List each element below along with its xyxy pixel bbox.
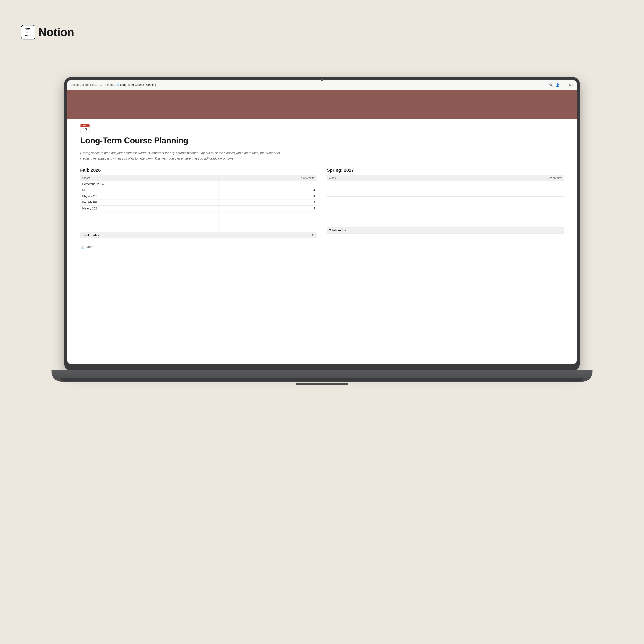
fall-class-1[interactable]: M.: [80, 187, 218, 193]
table-row: [327, 191, 564, 197]
spring-credits-4[interactable]: [457, 202, 564, 207]
notion-logo: Notion: [21, 25, 74, 39]
page-banner: [67, 90, 577, 119]
spring-2027-section: Spring: 2027 Class: # of credits:: [327, 168, 564, 238]
page-description: Having space to plan out your academic f…: [80, 150, 289, 161]
cal-month: JUL: [81, 124, 90, 127]
fall-2026-section: Fall: 2026 Class: # of credits:: [80, 168, 317, 238]
breadcrumb-active-label: Long-Term Course Planning: [120, 83, 156, 87]
table-row: [327, 217, 564, 222]
spring-credits-2[interactable]: [457, 191, 564, 197]
camera-notch: [321, 79, 323, 81]
fall-class-4[interactable]: History 202: [80, 206, 218, 212]
fall-credits-8[interactable]: [218, 227, 317, 232]
fall-class-8[interactable]: [80, 227, 218, 232]
table-row: [80, 217, 317, 222]
fall-class-2[interactable]: Physics 201: [80, 193, 218, 199]
spring-class-0[interactable]: [327, 181, 457, 186]
spring-class-header: Class:: [327, 175, 457, 181]
fall-class-7[interactable]: [80, 222, 218, 227]
spring-total-credits: [457, 227, 564, 234]
spring-class-1[interactable]: [327, 186, 457, 191]
table-row: English 102 3: [80, 199, 317, 206]
fall-total-credits: 15: [218, 232, 317, 238]
spring-credits-6[interactable]: [457, 212, 564, 217]
spring-class-4[interactable]: [327, 202, 457, 207]
fall-credits-6[interactable]: [218, 217, 317, 222]
notes-section: 📄 Notes: [80, 245, 564, 249]
more-button[interactable]: ···: [562, 83, 567, 87]
breadcrumb-sep-2: /: [103, 84, 104, 86]
fall-class-header: Class:: [80, 175, 218, 181]
table-row: [327, 222, 564, 227]
laptop-hinge: [296, 383, 348, 385]
share-button[interactable]: 👤: [555, 83, 560, 87]
table-row: [80, 227, 317, 232]
fall-2026-table: Class: # of credits: September 2024: [80, 175, 317, 238]
table-row: [327, 197, 564, 202]
spring-credits-1[interactable]: [457, 186, 564, 191]
table-row: [327, 186, 564, 191]
fall-class-5[interactable]: [80, 212, 218, 217]
breadcrumb-item-1[interactable]: Dailee College Pla...: [71, 83, 97, 87]
fall-credits-1[interactable]: 4: [218, 187, 317, 193]
fall-credits-3[interactable]: 3: [218, 199, 317, 206]
fall-class-6[interactable]: [80, 217, 218, 222]
fall-2026-title: Fall: 2026: [80, 168, 317, 173]
breadcrumb-item-school[interactable]: School: [104, 83, 113, 87]
spring-class-3[interactable]: [327, 197, 457, 202]
notes-label[interactable]: Notes: [86, 245, 94, 249]
fall-credits-2[interactable]: 4: [218, 193, 317, 199]
fall-total-row: Total credits: 15: [80, 232, 317, 238]
breadcrumb-item-active[interactable]: 🗓️ Long-Term Course Planning: [116, 83, 156, 87]
breadcrumb-sep-3: /: [114, 84, 115, 86]
fall-credits-5[interactable]: [218, 212, 317, 217]
calendar-icon-wrap: JUL 17: [80, 124, 564, 134]
calendar-icon: JUL 17: [80, 124, 90, 133]
spring-class-8[interactable]: [327, 222, 457, 227]
spring-credits-8[interactable]: [457, 222, 564, 227]
spring-credits-7[interactable]: [457, 217, 564, 222]
fall-total-label: Total credits:: [80, 232, 218, 238]
laptop-bezel: Dailee College Pla... / ... / School / 🗓…: [64, 77, 580, 370]
table-row: [327, 207, 564, 212]
spring-class-7[interactable]: [327, 217, 457, 222]
spring-class-5[interactable]: [327, 207, 457, 212]
table-row: [327, 181, 564, 186]
notion-icon: [21, 25, 35, 39]
spring-2027-table: Class: # of credits:: [327, 175, 564, 234]
breadcrumb: Dailee College Pla... / ... / School / 🗓…: [71, 83, 547, 87]
spring-credits-header: # of credits:: [457, 175, 564, 181]
table-row: [327, 202, 564, 207]
laptop-screen: Dailee College Pla... / ... / School / 🗓…: [67, 80, 577, 364]
table-row: September 2024: [80, 181, 317, 187]
cal-day: 17: [81, 127, 90, 133]
table-row: M. 4: [80, 187, 317, 193]
search-button[interactable]: 🔍: [549, 83, 553, 87]
top-bar: Dailee College Pla... / ... / School / 🗓…: [67, 80, 577, 90]
maximize-button[interactable]: Ma: [569, 83, 573, 87]
spring-credits-5[interactable]: [457, 207, 564, 212]
fall-class-0[interactable]: September 2024: [80, 181, 218, 187]
spring-class-6[interactable]: [327, 212, 457, 217]
table-row: [80, 212, 317, 217]
laptop-base-bottom: [61, 378, 583, 382]
spring-credits-3[interactable]: [457, 197, 564, 202]
notion-brand-name: Notion: [38, 26, 74, 39]
fall-credits-4[interactable]: 4: [218, 206, 317, 212]
fall-class-3[interactable]: English 102: [80, 199, 218, 206]
fall-credits-0[interactable]: [218, 181, 317, 187]
tables-row: Fall: 2026 Class: # of credits:: [80, 168, 564, 238]
spring-credits-0[interactable]: [457, 181, 564, 186]
breadcrumb-item-2[interactable]: ...: [99, 83, 102, 87]
table-row: [327, 212, 564, 217]
notes-icon: 📄: [80, 245, 84, 249]
table-row: History 202 4: [80, 206, 317, 212]
laptop-mockup: Dailee College Pla... / ... / School / 🗓…: [64, 77, 580, 431]
spring-class-2[interactable]: [327, 191, 457, 197]
page-emoji: 🗓️: [116, 83, 119, 86]
fall-credits-header: # of credits:: [218, 175, 317, 181]
spring-2027-title: Spring: 2027: [327, 168, 564, 173]
fall-credits-7[interactable]: [218, 222, 317, 227]
page-title: Long-Term Course Planning: [80, 135, 564, 145]
